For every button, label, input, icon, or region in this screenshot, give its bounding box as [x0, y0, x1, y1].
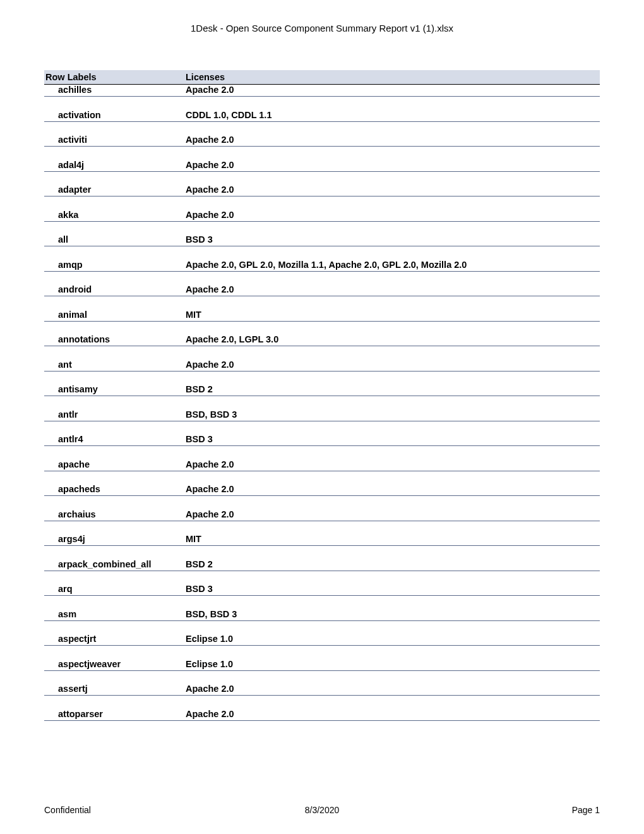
table-gap-row [44, 221, 600, 234]
component-name: antlr [44, 409, 184, 421]
component-license: BSD 3 [184, 234, 600, 246]
table-gap-row [44, 246, 600, 260]
table-gap-row [44, 296, 600, 310]
table-row: apacheApache 2.0 [44, 459, 600, 471]
component-name: adapter [44, 184, 184, 196]
component-name: antlr4 [44, 434, 184, 446]
component-license: Apache 2.0 [184, 284, 600, 296]
table-row: animalMIT [44, 310, 600, 322]
table-gap-row [44, 147, 600, 160]
table-gap-row [44, 396, 600, 409]
component-name: activation [44, 110, 184, 122]
table-gap-row [44, 521, 600, 534]
component-name: archaius [44, 509, 184, 521]
table-row: activationCDDL 1.0, CDDL 1.1 [44, 110, 600, 122]
table-gap-row [44, 670, 600, 684]
table-row: args4jMIT [44, 534, 600, 546]
table-header-row: Row Labels Licenses [44, 70, 600, 85]
header-row-labels: Row Labels [44, 70, 184, 85]
table-row: antlr4BSD 3 [44, 434, 600, 446]
component-license: BSD, BSD 3 [184, 409, 600, 421]
component-name: aspectjweaver [44, 659, 184, 671]
table-gap-row [44, 97, 600, 110]
document-title: 1Desk - Open Source Component Summary Re… [44, 23, 600, 33]
component-license: BSD 3 [184, 584, 600, 596]
table-row: assertjApache 2.0 [44, 684, 600, 696]
table-row: aspectjrtEclipse 1.0 [44, 634, 600, 646]
component-license: BSD 2 [184, 384, 600, 396]
table-gap-row [44, 446, 600, 459]
component-license: Apache 2.0 [184, 85, 600, 97]
table-gap-row [44, 371, 600, 384]
component-name: animal [44, 310, 184, 322]
component-name: attoparser [44, 709, 184, 721]
component-license: Apache 2.0 [184, 210, 600, 222]
table-gap-row [44, 346, 600, 360]
component-name: annotations [44, 334, 184, 346]
table-gap-row [44, 696, 600, 709]
header-licenses: Licenses [184, 70, 600, 85]
component-license: BSD 2 [184, 559, 600, 571]
component-license: BSD 3 [184, 434, 600, 446]
table-gap-row [44, 321, 600, 334]
component-license: Apache 2.0, LGPL 3.0 [184, 334, 600, 346]
component-license: Apache 2.0, GPL 2.0, Mozilla 1.1, Apache… [184, 260, 600, 272]
table-gap-row [44, 171, 600, 184]
table-gap-row [44, 496, 600, 509]
document-page: 1Desk - Open Source Component Summary Re… [0, 0, 644, 834]
component-license: Apache 2.0 [184, 484, 600, 496]
table-row: archaiusApache 2.0 [44, 509, 600, 521]
table-gap-row [44, 596, 600, 609]
table-row: androidApache 2.0 [44, 284, 600, 296]
table-row: antisamyBSD 2 [44, 384, 600, 396]
table-gap-row [44, 121, 600, 135]
table-row: akkaApache 2.0 [44, 210, 600, 222]
component-license: MIT [184, 534, 600, 546]
table-row: apachedsApache 2.0 [44, 484, 600, 496]
component-name: akka [44, 210, 184, 222]
table-row: adapterApache 2.0 [44, 184, 600, 196]
table-row: adal4jApache 2.0 [44, 160, 600, 172]
table-gap-row [44, 471, 600, 484]
footer-date: 8/3/2020 [44, 805, 600, 815]
component-name: ant [44, 360, 184, 372]
component-license: Eclipse 1.0 [184, 634, 600, 646]
component-name: arpack_combined_all [44, 559, 184, 571]
table-row: asmBSD, BSD 3 [44, 609, 600, 621]
component-license: Apache 2.0 [184, 160, 600, 172]
component-license: Apache 2.0 [184, 684, 600, 696]
table-gap-row [44, 271, 600, 284]
component-name: aspectjrt [44, 634, 184, 646]
table-gap-row [44, 646, 600, 659]
table-row: allBSD 3 [44, 234, 600, 246]
table-gap-row [44, 620, 600, 634]
component-license: Apache 2.0 [184, 709, 600, 721]
component-license: CDDL 1.0, CDDL 1.1 [184, 110, 600, 122]
component-license: Apache 2.0 [184, 360, 600, 372]
component-license: MIT [184, 310, 600, 322]
component-name: adal4j [44, 160, 184, 172]
table-row: arpack_combined_allBSD 2 [44, 559, 600, 571]
table-row: achillesApache 2.0 [44, 85, 600, 97]
component-name: antisamy [44, 384, 184, 396]
table-gap-row [44, 571, 600, 584]
license-table: Row Labels Licenses achillesApache 2.0ac… [44, 70, 600, 721]
table-row: activitiApache 2.0 [44, 135, 600, 147]
component-name: activiti [44, 135, 184, 147]
table-gap-row [44, 421, 600, 434]
table-row: aspectjweaverEclipse 1.0 [44, 659, 600, 671]
page-footer: Confidential 8/3/2020 Page 1 [44, 805, 600, 815]
component-license: Apache 2.0 [184, 184, 600, 196]
component-license: Apache 2.0 [184, 135, 600, 147]
component-license: Eclipse 1.0 [184, 659, 600, 671]
component-name: achilles [44, 85, 184, 97]
table-row: arqBSD 3 [44, 584, 600, 596]
table-row: annotationsApache 2.0, LGPL 3.0 [44, 334, 600, 346]
table-gap-row [44, 196, 600, 210]
table-row: antApache 2.0 [44, 360, 600, 372]
component-license: Apache 2.0 [184, 509, 600, 521]
table-row: attoparserApache 2.0 [44, 709, 600, 721]
table-gap-row [44, 546, 600, 559]
component-name: apacheds [44, 484, 184, 496]
component-name: args4j [44, 534, 184, 546]
